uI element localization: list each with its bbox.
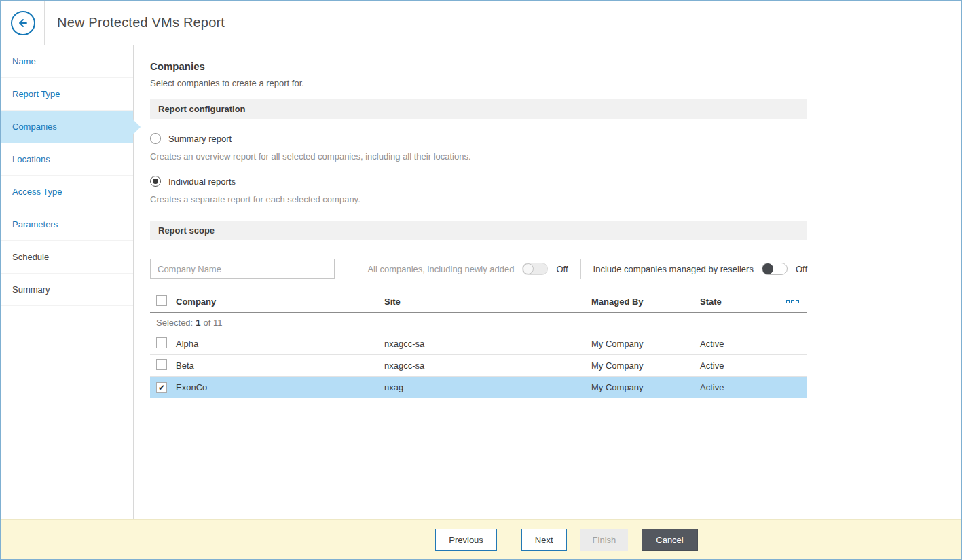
- radio-icon: [150, 133, 161, 144]
- cell-state: Active: [700, 382, 779, 392]
- cell-state: Active: [700, 360, 779, 371]
- page-title: New Protected VMs Report: [57, 15, 225, 31]
- cancel-button[interactable]: Cancel: [642, 529, 697, 551]
- wizard-header: New Protected VMs Report: [1, 1, 961, 45]
- toggle-all-companies-group: All companies, including newly added Off: [367, 263, 568, 275]
- sidebar-item-schedule[interactable]: Schedule: [1, 241, 133, 274]
- radio-label: Individual reports: [168, 176, 236, 187]
- section-report-scope: Report scope: [150, 221, 807, 240]
- sidebar-item-label: Locations: [12, 154, 50, 164]
- toggle-resellers-label: Include companies managed by resellers: [593, 264, 754, 274]
- sidebar-item-label: Summary: [12, 284, 50, 295]
- sidebar-item-label: Name: [12, 56, 36, 67]
- sidebar-item-report-type[interactable]: Report Type: [1, 78, 133, 111]
- wizard-steps-sidebar: Name Report Type Companies Locations Acc…: [1, 45, 134, 519]
- sidebar-item-summary[interactable]: Summary: [1, 274, 133, 306]
- radio-summary-report-description: Creates an overview report for all selec…: [150, 151, 961, 162]
- toggle-all-companies-label: All companies, including newly added: [367, 264, 514, 274]
- section-report-configuration: Report configuration: [150, 99, 807, 119]
- cell-site: nxag: [384, 382, 591, 392]
- cell-company: Alpha: [176, 339, 384, 349]
- selected-summary: Selected: 1 of 11: [150, 313, 807, 333]
- toggle-state-label: Off: [556, 264, 568, 274]
- wizard-footer: Previous Next Finish Cancel: [1, 519, 961, 559]
- row-checkbox[interactable]: [156, 359, 167, 370]
- column-header-state[interactable]: State: [700, 297, 779, 307]
- cell-company: ExonCo: [176, 382, 384, 392]
- header-divider: [44, 1, 45, 45]
- finish-button[interactable]: Finish: [580, 529, 629, 551]
- column-header-site[interactable]: Site: [384, 297, 591, 307]
- sidebar-item-label: Schedule: [12, 252, 49, 262]
- sidebar-item-locations[interactable]: Locations: [1, 143, 133, 176]
- radio-individual-reports-description: Creates a separate report for each selec…: [150, 194, 961, 204]
- table-row[interactable]: Beta nxagcc-sa My Company Active: [150, 355, 807, 377]
- sidebar-item-label: Companies: [12, 122, 57, 132]
- company-name-input[interactable]: [150, 259, 335, 279]
- cell-managed-by: My Company: [591, 339, 700, 349]
- table-row[interactable]: Alpha nxagcc-sa My Company Active: [150, 333, 807, 355]
- row-checkbox-checked[interactable]: [156, 382, 167, 393]
- row-checkbox[interactable]: [156, 337, 167, 348]
- sidebar-item-companies[interactable]: Companies: [1, 111, 133, 143]
- wizard-content: Companies Select companies to create a r…: [134, 45, 961, 519]
- sidebar-item-label: Report Type: [12, 89, 60, 99]
- selected-summary-prefix: Selected:: [156, 318, 193, 328]
- cell-managed-by: My Company: [591, 382, 700, 392]
- cell-site: nxagcc-sa: [384, 339, 591, 349]
- radio-individual-reports[interactable]: Individual reports: [150, 176, 236, 187]
- column-header-company[interactable]: Company: [176, 297, 384, 307]
- radio-label: Summary report: [168, 134, 232, 144]
- sidebar-item-name[interactable]: Name: [1, 45, 133, 78]
- column-chooser-icon[interactable]: [786, 300, 799, 303]
- sidebar-item-label: Access Type: [12, 187, 62, 197]
- select-all-checkbox[interactable]: [156, 295, 167, 306]
- selected-summary-count: 1: [196, 318, 200, 328]
- sidebar-item-parameters[interactable]: Parameters: [1, 208, 133, 241]
- cell-company: Beta: [176, 360, 384, 371]
- cell-state: Active: [700, 339, 779, 349]
- step-title: Companies: [150, 60, 961, 72]
- toggle-state-label: Off: [796, 264, 807, 274]
- cell-site: nxagcc-sa: [384, 360, 591, 371]
- table-row-selected[interactable]: ExonCo nxag My Company Active: [150, 377, 807, 398]
- filter-divider: [580, 259, 581, 279]
- all-companies-toggle[interactable]: [522, 263, 548, 275]
- previous-button[interactable]: Previous: [435, 529, 497, 551]
- wizard-window: New Protected VMs Report Name Report Typ…: [0, 0, 962, 560]
- toggle-resellers-group: Include companies managed by resellers O…: [593, 263, 807, 275]
- toggle-knob: [523, 263, 534, 274]
- radio-summary-report[interactable]: Summary report: [150, 133, 232, 144]
- filter-row: All companies, including newly added Off…: [150, 259, 807, 279]
- companies-table: Company Site Managed By State Selected: …: [150, 291, 807, 398]
- arrow-left-icon: [16, 16, 30, 30]
- cell-managed-by: My Company: [591, 360, 700, 371]
- next-button[interactable]: Next: [521, 529, 567, 551]
- selected-summary-suffix: of 11: [203, 318, 222, 328]
- toggle-knob: [762, 263, 773, 274]
- sidebar-item-access-type[interactable]: Access Type: [1, 176, 133, 208]
- back-button[interactable]: [11, 11, 35, 35]
- resellers-toggle[interactable]: [762, 263, 788, 275]
- column-header-managed-by[interactable]: Managed By: [591, 297, 700, 307]
- sidebar-item-label: Parameters: [12, 219, 58, 229]
- step-subtitle: Select companies to create a report for.: [150, 78, 961, 88]
- footer-buttons: Previous Next Finish Cancel: [435, 529, 697, 551]
- radio-selected-icon: [150, 176, 161, 187]
- table-header: Company Site Managed By State: [150, 291, 807, 313]
